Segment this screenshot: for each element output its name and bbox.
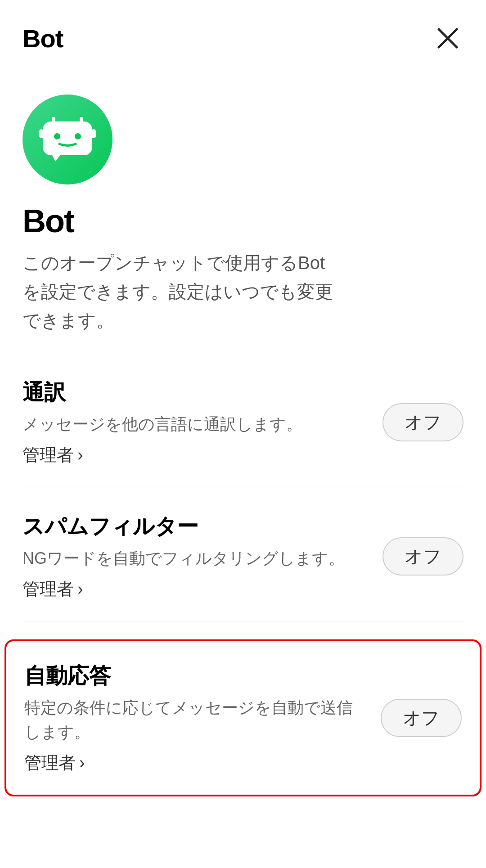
setting-desc-translation: メッセージを他の言語に通訳します。 xyxy=(22,412,364,436)
setting-info-spam: スパムフィルター NGワードを自動でフィルタリングします。 管理者 › xyxy=(22,512,382,601)
settings-section: 通訳 メッセージを他の言語に通訳します。 管理者 › オフ スパムフィルター N… xyxy=(0,353,486,805)
toggle-label-spam: オフ xyxy=(391,544,455,569)
setting-admin-label-auto-reply: 管理者 xyxy=(24,751,76,774)
page-container: Bot xyxy=(0,0,486,868)
close-icon xyxy=(436,27,459,50)
toggle-auto-reply[interactable]: オフ xyxy=(381,699,462,737)
toggle-translation[interactable]: オフ xyxy=(382,403,464,441)
setting-admin-translation[interactable]: 管理者 › xyxy=(22,444,364,467)
setting-title-auto-reply: 自動応答 xyxy=(24,661,363,690)
bot-name: Bot xyxy=(22,202,464,239)
svg-rect-5 xyxy=(52,117,55,123)
setting-admin-label-translation: 管理者 xyxy=(22,444,74,467)
setting-info-translation: 通訳 メッセージを他の言語に通訳します。 管理者 › xyxy=(22,378,382,467)
setting-desc-auto-reply: 特定の条件に応じてメッセージを自動で送信します。 xyxy=(24,696,363,744)
close-button[interactable] xyxy=(432,22,464,54)
setting-title-spam: スパムフィルター xyxy=(22,512,364,541)
svg-rect-7 xyxy=(39,129,44,138)
toggle-label-auto-reply: オフ xyxy=(389,706,453,730)
setting-item-spam: スパムフィルター NGワードを自動でフィルタリングします。 管理者 › オフ xyxy=(22,487,464,621)
header: Bot xyxy=(0,0,486,67)
setting-item-translation: 通訳 メッセージを他の言語に通訳します。 管理者 › オフ xyxy=(22,353,464,487)
chevron-right-icon-spam: › xyxy=(77,580,83,599)
svg-rect-6 xyxy=(80,117,83,123)
svg-rect-2 xyxy=(43,121,92,155)
setting-item-auto-reply: 自動応答 特定の条件に応じてメッセージを自動で送信します。 管理者 › オフ xyxy=(4,639,482,796)
svg-point-3 xyxy=(54,133,60,139)
setting-title-translation: 通訳 xyxy=(22,378,364,407)
auto-reply-wrapper: 自動応答 特定の条件に応じてメッセージを自動で送信します。 管理者 › オフ xyxy=(22,621,464,805)
svg-marker-9 xyxy=(52,154,61,162)
svg-rect-8 xyxy=(91,129,96,138)
setting-desc-spam: NGワードを自動でフィルタリングします。 xyxy=(22,546,364,571)
toggle-label-translation: オフ xyxy=(391,410,455,435)
setting-info-auto-reply: 自動応答 特定の条件に応じてメッセージを自動で送信します。 管理者 › xyxy=(24,661,381,774)
setting-admin-auto-reply[interactable]: 管理者 › xyxy=(24,751,363,774)
svg-point-4 xyxy=(75,133,81,139)
bot-description: このオープンチャットで使用するBotを設定できます。設定はいつでも変更できます。 xyxy=(22,248,338,335)
bot-avatar-icon xyxy=(38,115,97,164)
chevron-right-icon-translation: › xyxy=(77,445,83,465)
auto-reply-inner: 自動応答 特定の条件に応じてメッセージを自動で送信します。 管理者 › オフ xyxy=(24,661,462,774)
setting-admin-label-spam: 管理者 xyxy=(22,578,74,601)
profile-section: Bot このオープンチャットで使用するBotを設定できます。設定はいつでも変更で… xyxy=(0,67,486,353)
setting-admin-spam[interactable]: 管理者 › xyxy=(22,578,364,601)
avatar xyxy=(22,94,112,184)
toggle-spam[interactable]: オフ xyxy=(382,537,464,576)
page-title: Bot xyxy=(22,24,63,53)
chevron-right-icon-auto-reply: › xyxy=(79,753,85,773)
